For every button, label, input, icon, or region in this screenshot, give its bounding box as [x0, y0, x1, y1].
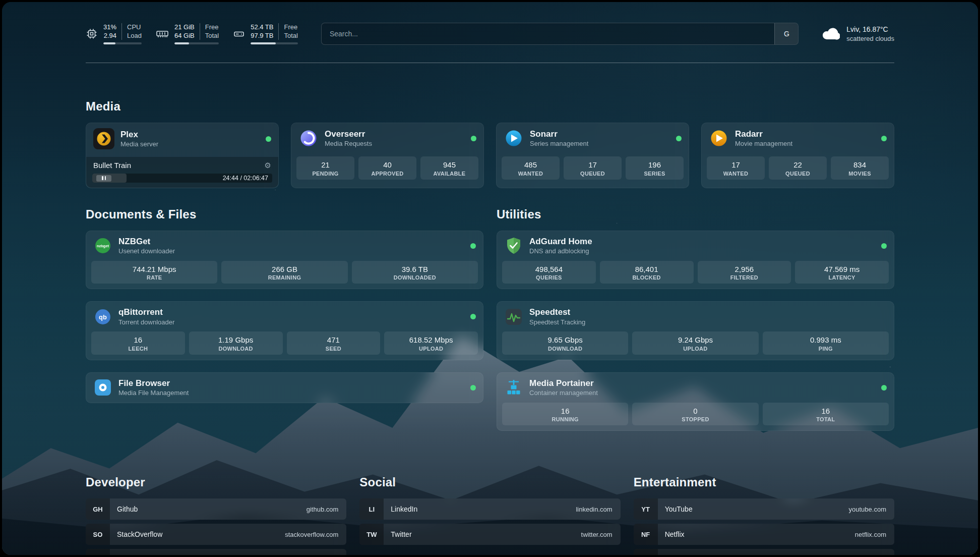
stat-seed: 471 SEED — [287, 331, 381, 355]
bookmark-linkedin[interactable]: LI LinkedIn linkedin.com — [359, 498, 620, 520]
adguard-icon — [504, 236, 523, 255]
service-subtitle: Usenet downloader — [118, 247, 175, 256]
disk-icon — [233, 28, 245, 40]
stat-movies: 834 MOVIES — [831, 156, 889, 180]
search-area: G — [321, 23, 799, 45]
playback-progress-bar[interactable]: 24:44 / 02:06:47 — [92, 174, 272, 183]
bookmark-url: github.com — [307, 506, 339, 513]
bookmark-netflix[interactable]: NF Netflix netflix.com — [634, 524, 894, 545]
ram-total: 64 GiB — [174, 32, 195, 40]
cpu-icon — [86, 28, 98, 40]
status-dot — [266, 136, 271, 142]
service-name: qBittorrent — [118, 307, 174, 318]
media-grid: Plex Media server Bullet Train ⚙ — [86, 123, 894, 188]
disk-bar — [251, 42, 298, 44]
settings-gear-icon[interactable]: ⚙ — [265, 161, 271, 169]
search-input[interactable] — [322, 23, 774, 44]
ram-bar — [174, 42, 219, 44]
stat-series: 196 SERIES — [626, 156, 684, 180]
pause-button[interactable] — [96, 175, 111, 182]
resource-widgets: 31% 2.94 CPU Load — [86, 23, 298, 45]
stat-approved: 40 APPROVED — [358, 156, 416, 180]
service-subtitle: Container management — [529, 389, 598, 398]
bookmark-name: Github — [117, 505, 138, 513]
bookmark-url: twitter.com — [581, 531, 612, 538]
status-dot — [470, 243, 476, 249]
service-name: Media Portainer — [529, 378, 598, 389]
cpu-percent: 31% — [103, 23, 116, 32]
dashboard-window: 31% 2.94 CPU Load — [0, 0, 980, 557]
bookmark-github[interactable]: GH Github github.com — [86, 498, 346, 520]
weather-location: Lviv, 16.87°C — [846, 25, 894, 34]
cpu-values: 31% 2.94 — [103, 23, 121, 40]
bookmark-name: Netflix — [665, 530, 685, 538]
service-subtitle: Speedtest Tracking — [529, 318, 585, 327]
nzbget-icon: nzbget — [93, 236, 112, 255]
utilities-section-title: Utilities — [497, 207, 894, 221]
stat-upload: 618.52 Mbps UPLOAD — [384, 331, 478, 355]
status-dot — [881, 385, 887, 391]
stat-wanted: 485 WANTED — [502, 156, 560, 180]
service-card-radarr[interactable]: Radarr Movie management 17 WANTED 2 — [701, 123, 894, 188]
section-media: Media — [86, 99, 894, 188]
service-subtitle: Series management — [530, 140, 588, 148]
ram-widget: 21 GiB 64 GiB Free Total — [156, 23, 219, 45]
stat-downloaded: 39.6 TB DOWNLOADED — [352, 261, 478, 284]
stat-queued: 17 QUEUED — [564, 156, 622, 180]
ram-values: 21 GiB 64 GiB — [174, 23, 200, 40]
service-subtitle: Movie management — [735, 140, 792, 148]
qbittorrent-icon: qb — [93, 307, 112, 326]
overseerr-icon — [298, 128, 319, 148]
bookmark-group-entertainment: Entertainment YT YouTube youtube.com NF … — [634, 475, 894, 555]
bookmark-dev[interactable]: DT DEV dev.to — [86, 549, 346, 555]
disk-total: 97.9 TB — [251, 32, 273, 40]
service-name: Speedtest — [529, 307, 585, 318]
bookmark-abbr: NF — [634, 524, 658, 545]
service-card-filebrowser[interactable]: File Browser Media File Management — [86, 372, 483, 403]
service-card-sonarr[interactable]: Sonarr Series management 485 WANTED — [496, 123, 689, 188]
disk-values: 52.4 TB 97.9 TB — [251, 23, 278, 40]
disk-widget: 52.4 TB 97.9 TB Free Total — [233, 23, 298, 45]
media-section-title: Media — [86, 99, 894, 114]
service-card-overseerr[interactable]: Overseerr Media Requests 21 PENDING — [291, 123, 484, 188]
entertainment-section-title: Entertainment — [634, 475, 894, 489]
service-name: Radarr — [735, 129, 792, 140]
cloud-icon — [822, 26, 840, 42]
service-name: Sonarr — [530, 129, 588, 140]
service-name: File Browser — [118, 378, 189, 389]
service-subtitle: Media Requests — [325, 140, 372, 148]
stat-rate: 744.21 Mbps RATE — [91, 261, 217, 284]
portainer-icon — [504, 378, 523, 397]
stat-download: 9.65 Gbps DOWNLOAD — [502, 331, 628, 355]
search-provider-button[interactable]: G — [774, 23, 798, 44]
documents-section-title: Documents & Files — [86, 207, 483, 221]
topbar-divider — [86, 63, 894, 63]
search-box: G — [321, 23, 799, 45]
bookmark-twitter[interactable]: TW Twitter twitter.com — [359, 524, 620, 545]
sonarr-icon — [504, 128, 524, 148]
status-dot — [881, 136, 887, 141]
status-dot — [470, 385, 476, 391]
bookmark-reddit[interactable]: RE Reddit reddit.com — [634, 549, 894, 555]
bookmark-abbr: RE — [634, 549, 658, 555]
ram-free: 21 GiB — [174, 23, 195, 32]
bookmark-abbr: DT — [86, 549, 110, 555]
bookmark-url: linkedin.com — [576, 506, 612, 513]
service-card-plex[interactable]: Plex Media server Bullet Train ⚙ — [86, 123, 279, 188]
status-dot — [676, 136, 682, 141]
service-card-adguard[interactable]: AdGuard Home DNS and adblocking 498,564 … — [497, 231, 894, 289]
middle-columns: Documents & Files nzbget — [86, 207, 894, 431]
disk-labels: Free Total — [278, 23, 297, 40]
bookmark-youtube[interactable]: YT YouTube youtube.com — [634, 498, 894, 520]
service-subtitle: Torrent downloader — [118, 318, 174, 327]
stat-stopped: 0 STOPPED — [632, 403, 758, 426]
bookmark-stackoverflow[interactable]: SO StackOverflow stackoverflow.com — [86, 524, 346, 545]
service-card-qbittorrent[interactable]: qb qBittorrent Torrent downloader — [86, 301, 483, 360]
stat-download: 1.19 Gbps DOWNLOAD — [189, 331, 283, 355]
ram-icon — [156, 28, 169, 40]
service-card-portainer[interactable]: Media Portainer Container management 16 … — [497, 372, 894, 431]
dashboard-screen: 31% 2.94 CPU Load — [2, 2, 978, 555]
service-card-nzbget[interactable]: nzbget NZBGet Usenet downloader — [86, 231, 483, 289]
service-card-speedtest[interactable]: Speedtest Speedtest Tracking 9.65 Gbps D… — [497, 301, 894, 360]
svg-text:nzbget: nzbget — [97, 244, 109, 248]
